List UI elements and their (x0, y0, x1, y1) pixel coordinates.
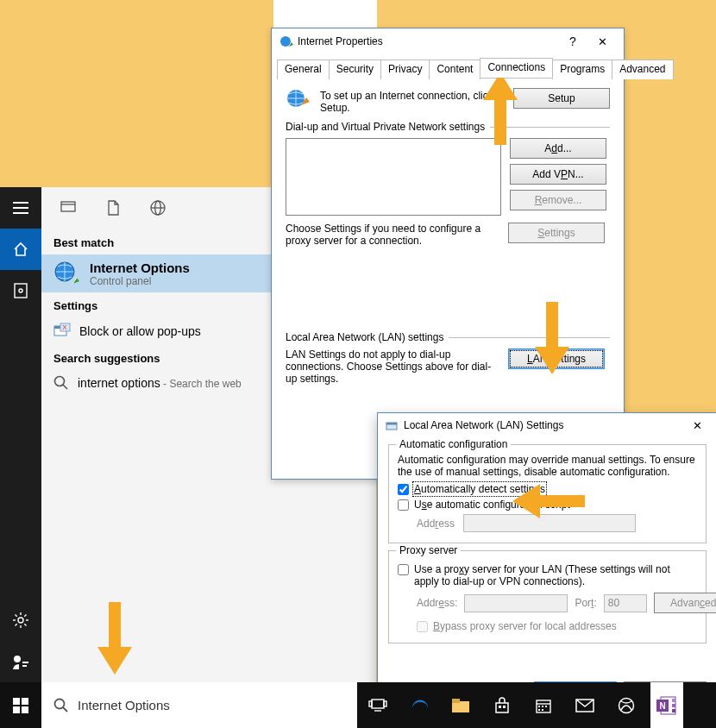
proxy-port-input (604, 594, 647, 612)
proxy-port-label: Port: (575, 597, 596, 609)
tab-advanced[interactable]: Advanced (612, 60, 673, 79)
file-explorer-icon[interactable] (440, 682, 481, 728)
tab-general[interactable]: General (277, 60, 330, 79)
bypass-checkbox: Bypass proxy server for local addresses (417, 620, 697, 632)
svg-rect-42 (452, 699, 460, 703)
search-left-rail (0, 187, 41, 682)
svg-rect-56 (672, 704, 675, 707)
address-label: Address (417, 518, 455, 530)
calendar-icon[interactable] (523, 682, 564, 728)
xbox-icon[interactable] (606, 682, 647, 728)
tab-programs[interactable]: Programs (552, 60, 612, 79)
svg-rect-50 (538, 709, 540, 711)
svg-rect-48 (542, 706, 543, 707)
svg-rect-34 (22, 706, 28, 713)
connection-wizard-icon (286, 88, 311, 114)
dialog-title: Internet Properties (298, 35, 383, 47)
internet-properties-icon (279, 35, 294, 48)
setup-text: To set up an Internet connection, click … (320, 88, 505, 114)
svg-point-25 (55, 377, 65, 386)
home-icon[interactable] (0, 229, 41, 270)
script-address-input (463, 514, 636, 532)
tab-strip: General Security Privacy Content Connect… (272, 58, 624, 78)
svg-line-12 (16, 624, 17, 625)
choose-settings-text: Choose Settings if you need to configure… (286, 223, 499, 247)
svg-rect-30 (386, 423, 397, 425)
taskbar-search[interactable]: Internet Options (41, 682, 357, 728)
start-button[interactable] (0, 682, 41, 728)
filter-documents-icon[interactable] (107, 200, 119, 216)
svg-line-36 (63, 707, 67, 712)
svg-rect-38 (369, 701, 372, 706)
remove-button: Remove... (510, 190, 606, 210)
search-icon (53, 698, 69, 713)
svg-rect-51 (542, 709, 543, 711)
task-view-icon[interactable] (357, 682, 399, 728)
proxy-address-input (464, 594, 568, 612)
svg-line-11 (24, 624, 26, 625)
svg-line-10 (16, 615, 17, 617)
dialup-group-label: Dial-up and Virtual Private Network sett… (286, 121, 485, 133)
proxy-legend: Proxy server (396, 544, 461, 556)
filter-apps-icon[interactable] (60, 201, 76, 215)
popup-blocker-icon: X (53, 323, 71, 340)
dialup-list[interactable] (286, 138, 501, 216)
add-vpn-button[interactable]: Add VPN... (510, 164, 606, 185)
svg-rect-44 (503, 706, 506, 708)
svg-rect-55 (672, 699, 675, 702)
svg-rect-32 (22, 698, 28, 705)
tab-content[interactable]: Content (429, 60, 480, 79)
svg-rect-14 (61, 202, 75, 211)
suggestion-hint: - Search the web (160, 378, 242, 390)
svg-rect-43 (499, 706, 501, 708)
auto-detect-checkbox[interactable]: Automatically detect settings (398, 483, 697, 495)
lan-settings-button[interactable]: LAN settings (508, 348, 605, 369)
help-icon[interactable]: ? (558, 35, 587, 48)
onenote-icon[interactable]: N (650, 682, 683, 728)
notebook-icon[interactable] (0, 270, 41, 311)
advanced-button: Advanced (654, 593, 716, 613)
search-input-text: Internet Options (78, 698, 170, 712)
add-button[interactable]: Add... (510, 138, 606, 159)
svg-point-35 (55, 699, 65, 708)
settings-item-label: Block or allow pop-ups (79, 324, 201, 338)
search-icon (53, 375, 69, 391)
dialog-titlebar[interactable]: Internet Properties ? ✕ (272, 28, 624, 54)
proxy-checkbox[interactable]: Use a proxy server for your LAN (These s… (398, 563, 697, 587)
svg-rect-33 (13, 706, 20, 713)
svg-rect-31 (13, 698, 20, 705)
close-icon[interactable]: ✕ (684, 419, 710, 432)
taskbar: Internet Options N (0, 682, 716, 728)
svg-point-27 (280, 36, 291, 47)
lan-note-text: LAN Settings do not apply to dial-up con… (286, 348, 499, 385)
svg-rect-3 (15, 284, 27, 298)
close-icon[interactable]: ✕ (587, 35, 617, 48)
auto-script-checkbox[interactable]: Use automatic configuration script (398, 499, 697, 511)
store-icon[interactable] (481, 682, 523, 728)
tab-privacy[interactable]: Privacy (380, 60, 430, 79)
connection-settings-button: Settings (508, 223, 605, 243)
lan-settings-dialog: Local Area Network (LAN) Settings ✕ Auto… (377, 412, 716, 712)
filter-web-icon[interactable] (150, 200, 166, 216)
tab-security[interactable]: Security (329, 60, 381, 79)
feedback-icon[interactable] (0, 641, 41, 682)
hamburger-icon[interactable] (0, 187, 41, 229)
proxy-group: Proxy server Use a proxy server for your… (388, 550, 707, 643)
internet-options-icon (53, 260, 81, 287)
svg-rect-47 (538, 706, 540, 707)
setup-button[interactable]: Setup (513, 88, 610, 109)
lan-dialog-title: Local Area Network (LAN) Settings (404, 419, 563, 431)
svg-rect-39 (384, 701, 386, 706)
tab-connections[interactable]: Connections (480, 58, 553, 78)
proxy-address-label: Address: (417, 597, 457, 609)
svg-point-5 (18, 618, 23, 623)
lan-dialog-icon (385, 418, 399, 432)
result-subtitle: Control panel (90, 275, 190, 287)
auto-config-text: Automatic configuration may override man… (398, 454, 697, 478)
background-cut (273, 0, 377, 29)
auto-config-group: Automatic configuration Automatic config… (388, 444, 707, 543)
svg-text:X: X (62, 323, 67, 331)
settings-gear-icon[interactable] (0, 599, 41, 641)
mail-icon[interactable] (564, 682, 606, 728)
edge-icon[interactable] (399, 682, 440, 728)
